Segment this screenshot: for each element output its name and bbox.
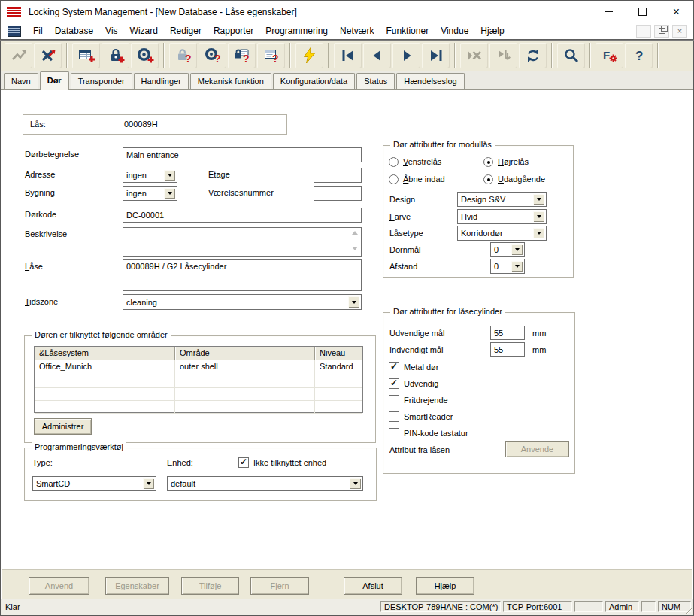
distance-select[interactable]: 0 bbox=[490, 259, 525, 274]
smartreader-checkbox[interactable] bbox=[389, 411, 399, 422]
menu-vis[interactable]: Vis bbox=[99, 23, 123, 38]
last-record-button[interactable] bbox=[422, 43, 450, 68]
first-record-button[interactable] bbox=[334, 43, 362, 68]
menu-funktioner[interactable]: Funktioner bbox=[380, 23, 435, 38]
menu-fil[interactable]: Fil bbox=[27, 23, 49, 38]
administer-button[interactable]: Administrer bbox=[34, 418, 92, 435]
help-button[interactable]: ? bbox=[625, 43, 653, 68]
read-lock-data-button[interactable]: ? bbox=[228, 43, 256, 68]
timezone-select[interactable]: cleaning bbox=[123, 294, 362, 310]
chevron-down-icon[interactable] bbox=[533, 228, 544, 238]
tab-transponder[interactable]: Transponder bbox=[71, 73, 132, 89]
column-header-level[interactable]: Niveau bbox=[315, 347, 362, 360]
floor-input[interactable] bbox=[314, 168, 362, 183]
tab-konfiguration-data[interactable]: Konfiguration/data bbox=[273, 73, 355, 89]
menu-rapporter[interactable]: Rapporter bbox=[208, 23, 259, 38]
chevron-down-icon[interactable] bbox=[511, 261, 523, 272]
description-textarea[interactable] bbox=[123, 227, 362, 257]
lock-type-select[interactable]: Korridordør bbox=[457, 226, 547, 241]
status-empty-segment bbox=[641, 601, 656, 612]
goto-record-button[interactable] bbox=[489, 43, 517, 68]
properties-button[interactable]: Egenskaber bbox=[105, 577, 169, 595]
inner-dimension-input[interactable] bbox=[490, 342, 525, 357]
tab-handlinger[interactable]: Handlinger bbox=[134, 73, 189, 89]
door-name-input[interactable] bbox=[123, 147, 362, 162]
chevron-down-icon[interactable] bbox=[511, 244, 523, 255]
maximize-button[interactable] bbox=[626, 1, 659, 23]
tab-dor[interactable]: Dør bbox=[40, 71, 69, 90]
chevron-down-icon[interactable] bbox=[350, 478, 361, 489]
outer-dimension-input[interactable] bbox=[490, 326, 525, 340]
tab-mekanisk-funktion[interactable]: Mekanisk funktion bbox=[190, 73, 271, 89]
scroll-down-icon[interactable] bbox=[352, 247, 358, 250]
read-lock-button[interactable]: ? bbox=[169, 43, 197, 68]
menu-vindue[interactable]: Vindue bbox=[435, 23, 474, 38]
search-button[interactable] bbox=[557, 43, 585, 68]
programming-type-select[interactable]: SmartCD bbox=[32, 476, 156, 491]
chevron-down-icon[interactable] bbox=[164, 188, 175, 199]
close-button[interactable]: × bbox=[659, 1, 693, 23]
open-inward-radio[interactable] bbox=[389, 174, 399, 184]
chevron-down-icon[interactable] bbox=[164, 170, 175, 181]
program-button[interactable] bbox=[295, 43, 323, 68]
pin-keypad-checkbox[interactable] bbox=[389, 428, 399, 438]
menu-programmering[interactable]: Programmering bbox=[259, 23, 334, 38]
exit-button[interactable]: Afslut bbox=[344, 577, 402, 595]
help-footer-button[interactable]: Hjælp bbox=[416, 577, 474, 595]
outside-checkbox[interactable] bbox=[389, 378, 399, 389]
remove-button[interactable]: Fjern bbox=[250, 577, 309, 595]
tab-navn[interactable]: Navn bbox=[4, 73, 38, 89]
new-transponder-icon bbox=[136, 47, 154, 65]
device-select[interactable]: default bbox=[167, 476, 363, 491]
login-button[interactable] bbox=[5, 43, 32, 68]
no-device-checkbox[interactable] bbox=[238, 457, 249, 468]
locks-textarea[interactable]: 000089H / G2 Låsecylinder bbox=[123, 259, 362, 291]
table-row[interactable]: Office_Munich outer shell Standard bbox=[35, 360, 362, 375]
right-lock-radio[interactable] bbox=[483, 157, 493, 167]
new-lock-button[interactable] bbox=[102, 43, 129, 68]
cancel-search-button[interactable] bbox=[460, 43, 488, 68]
chevron-down-icon[interactable] bbox=[533, 194, 544, 205]
mdi-close-button[interactable]: × bbox=[672, 25, 687, 38]
new-locking-system-button[interactable] bbox=[72, 43, 100, 68]
mdi-minimize-button[interactable]: – bbox=[636, 25, 651, 38]
room-number-input[interactable] bbox=[314, 186, 362, 201]
tab-status[interactable]: Status bbox=[356, 73, 395, 89]
next-record-button[interactable] bbox=[392, 43, 420, 68]
column-header-area[interactable]: Område bbox=[175, 347, 315, 360]
left-lock-radio[interactable] bbox=[389, 157, 399, 167]
menu-database[interactable]: Database bbox=[49, 23, 99, 38]
menu-hjaelp[interactable]: Hjælp bbox=[474, 23, 510, 38]
refresh-button[interactable] bbox=[519, 43, 547, 68]
mdi-restore-button[interactable] bbox=[654, 25, 669, 38]
menu-netvaerk[interactable]: Netværk bbox=[334, 23, 380, 38]
chevron-down-icon[interactable] bbox=[143, 478, 154, 489]
chevron-down-icon[interactable] bbox=[533, 211, 544, 222]
read-network-button[interactable]: ? bbox=[257, 43, 285, 68]
column-header-locking-system[interactable]: &Låsesystem bbox=[35, 347, 175, 360]
address-select[interactable]: ingen bbox=[123, 168, 177, 183]
menu-wizard[interactable]: Wizard bbox=[124, 23, 164, 38]
tab-haendelseslog[interactable]: Hændelseslog bbox=[396, 73, 464, 89]
scroll-up-icon[interactable] bbox=[352, 231, 358, 235]
add-button[interactable]: Tilføje bbox=[181, 577, 239, 595]
read-transponder-button[interactable]: ? bbox=[199, 43, 226, 68]
new-transponder-button[interactable] bbox=[131, 43, 159, 68]
chevron-down-icon[interactable] bbox=[348, 296, 359, 308]
backset-select[interactable]: 0 bbox=[490, 242, 525, 257]
building-select[interactable]: ingen bbox=[123, 186, 177, 201]
apply-button[interactable]: Anvend bbox=[29, 577, 89, 595]
previous-record-button[interactable] bbox=[363, 43, 391, 68]
filter-settings-button[interactable]: F bbox=[596, 43, 623, 68]
minimize-button[interactable] bbox=[592, 1, 626, 23]
freewheel-checkbox[interactable] bbox=[389, 395, 399, 405]
apply-attribute-button[interactable]: Anvende bbox=[505, 441, 569, 457]
outward-radio[interactable] bbox=[483, 174, 493, 184]
color-select[interactable]: Hvid bbox=[457, 209, 547, 224]
document-window-icon[interactable] bbox=[8, 26, 21, 37]
design-select[interactable]: Design S&V bbox=[457, 192, 547, 207]
menu-rediger[interactable]: Rediger bbox=[164, 23, 208, 38]
metal-door-checkbox[interactable] bbox=[389, 362, 399, 372]
door-code-input[interactable] bbox=[123, 208, 362, 223]
disconnect-button[interactable] bbox=[34, 43, 62, 68]
